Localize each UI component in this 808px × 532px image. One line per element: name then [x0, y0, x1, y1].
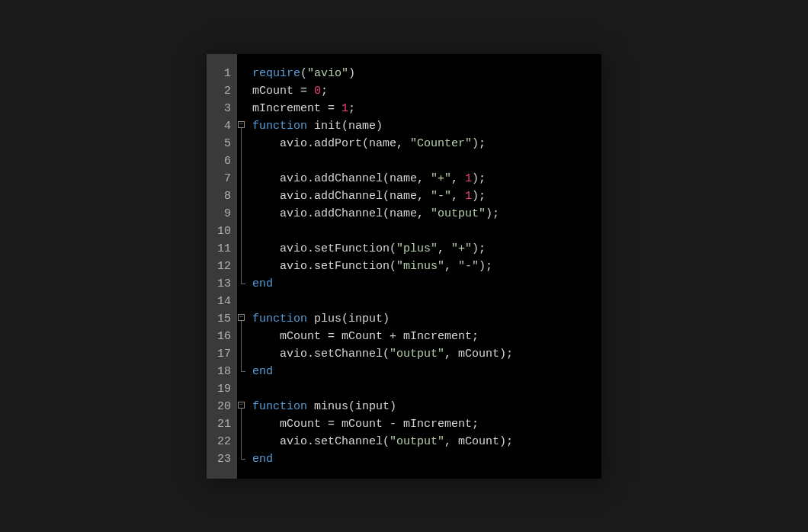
code-token: 1 — [465, 172, 472, 185]
code-token: avio.setChannel( — [252, 435, 390, 448]
code-line[interactable]: end — [252, 450, 588, 468]
code-token: ; — [321, 85, 328, 98]
code-area[interactable]: require("avio")mCount = 0;mIncrement = 1… — [248, 54, 601, 479]
fold-cell — [237, 135, 248, 152]
line-number: 1 — [216, 65, 231, 82]
code-token: require — [252, 67, 300, 80]
code-token: avio.setFunction( — [252, 242, 396, 255]
code-token: "+" — [451, 242, 472, 255]
line-number: 7 — [216, 170, 231, 187]
code-token: ); — [472, 190, 486, 203]
code-line[interactable]: avio.setChannel("output", mCount); — [252, 433, 588, 450]
fold-cell — [237, 275, 248, 293]
fold-cell — [237, 258, 248, 275]
line-number: 22 — [216, 433, 231, 450]
code-line[interactable] — [252, 223, 588, 240]
code-token: end — [252, 277, 273, 290]
fold-column: −−− — [237, 54, 248, 479]
code-token: avio.addChannel(name, — [252, 190, 431, 203]
code-token: "+" — [431, 172, 451, 185]
line-number: 14 — [216, 293, 231, 310]
code-token: "output" — [390, 348, 444, 361]
code-line[interactable]: avio.setFunction("plus", "+"); — [252, 240, 588, 258]
line-number: 11 — [216, 240, 231, 258]
code-line[interactable]: require("avio") — [252, 65, 588, 82]
code-token: ) — [348, 67, 355, 80]
code-editor: 1234567891011121314151617181920212223 −−… — [207, 54, 601, 479]
line-number: 5 — [216, 135, 231, 152]
fold-toggle-icon[interactable]: − — [238, 402, 245, 409]
code-token: ( — [300, 67, 307, 80]
code-line[interactable]: mCount = mCount - mIncrement; — [252, 415, 588, 433]
code-line[interactable]: function minus(input) — [252, 398, 588, 415]
line-number: 10 — [216, 223, 231, 240]
code-token: mCount = mCount + mIncrement; — [252, 330, 479, 343]
code-token — [252, 225, 280, 238]
code-line[interactable]: avio.addChannel(name, "-", 1); — [252, 187, 588, 205]
fold-cell — [237, 187, 248, 205]
code-token: "minus" — [396, 260, 444, 273]
fold-cell — [237, 363, 248, 380]
line-number: 3 — [216, 100, 231, 117]
line-number: 8 — [216, 187, 231, 205]
code-token: ); — [472, 172, 486, 185]
fold-cell — [237, 223, 248, 240]
line-number-gutter: 1234567891011121314151617181920212223 — [207, 54, 237, 479]
fold-cell — [237, 328, 248, 345]
code-token: end — [252, 453, 273, 466]
code-line[interactable]: avio.setChannel("output", mCount); — [252, 345, 588, 363]
fold-cell — [237, 205, 248, 223]
code-token: function — [252, 120, 307, 133]
code-line[interactable] — [252, 152, 588, 170]
code-token: "-" — [458, 260, 479, 273]
code-token: mCount = — [252, 85, 314, 98]
code-token: , mCount); — [444, 348, 513, 361]
fold-toggle-icon[interactable]: − — [238, 121, 245, 128]
code-token: avio.setChannel( — [252, 348, 390, 361]
code-token: "-" — [431, 190, 451, 203]
code-line[interactable]: avio.addChannel(name, "+", 1); — [252, 170, 588, 187]
code-line[interactable]: end — [252, 363, 588, 380]
fold-cell: − — [237, 398, 248, 415]
code-line[interactable]: mCount = 0; — [252, 82, 588, 100]
code-line[interactable]: avio.addPort(name, "Counter"); — [252, 135, 588, 152]
code-token: 0 — [314, 85, 321, 98]
code-token: , — [451, 172, 465, 185]
line-number: 20 — [216, 398, 231, 415]
line-number: 12 — [216, 258, 231, 275]
code-token: ; — [348, 102, 355, 115]
code-line[interactable]: avio.addChannel(name, "output"); — [252, 205, 588, 223]
code-token: "output" — [431, 207, 486, 220]
code-line[interactable]: end — [252, 275, 588, 293]
code-token: function — [252, 400, 307, 413]
fold-cell: − — [237, 117, 248, 135]
code-token: ); — [472, 242, 486, 255]
code-line[interactable]: mCount = mCount + mIncrement; — [252, 328, 588, 345]
line-number: 21 — [216, 415, 231, 433]
fold-cell — [237, 345, 248, 363]
code-token: 1 — [341, 102, 348, 115]
code-line[interactable] — [252, 380, 588, 398]
code-token: ); — [479, 260, 492, 273]
code-token: mIncrement = — [252, 102, 341, 115]
code-token: avio.addChannel(name, — [252, 207, 431, 220]
code-line[interactable]: mIncrement = 1; — [252, 100, 588, 117]
code-line[interactable]: function plus(input) — [252, 310, 588, 328]
fold-cell — [237, 65, 248, 82]
code-token — [252, 155, 280, 168]
fold-cell — [237, 82, 248, 100]
code-token: 1 — [465, 190, 472, 203]
fold-cell — [237, 152, 248, 170]
code-token: ); — [472, 137, 486, 150]
code-token: function — [252, 312, 307, 325]
line-number: 17 — [216, 345, 231, 363]
line-number: 18 — [216, 363, 231, 380]
code-token: "output" — [390, 435, 444, 448]
code-token: , — [444, 260, 458, 273]
fold-toggle-icon[interactable]: − — [238, 314, 245, 321]
code-token: ); — [486, 207, 499, 220]
code-line[interactable]: function init(name) — [252, 117, 588, 135]
code-line[interactable] — [252, 293, 588, 310]
code-token: mCount = mCount - mIncrement; — [252, 418, 479, 431]
code-line[interactable]: avio.setFunction("minus", "-"); — [252, 258, 588, 275]
